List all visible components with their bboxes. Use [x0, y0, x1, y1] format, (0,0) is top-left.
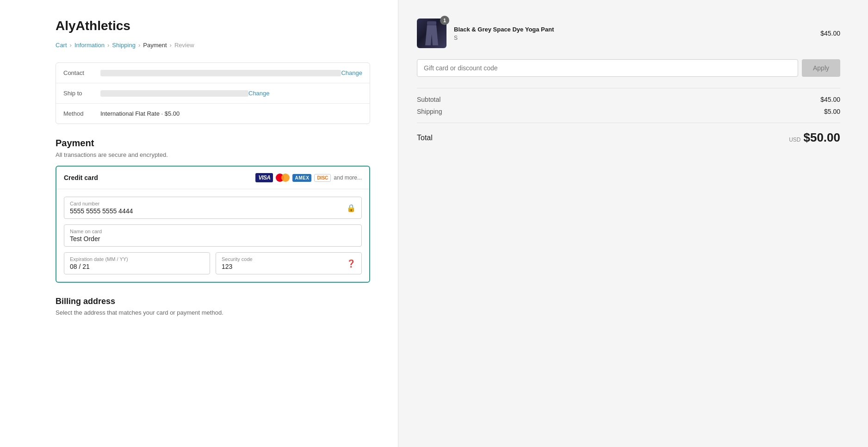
name-value: Test Order [70, 235, 356, 242]
name-on-card-field[interactable]: Name on card Test Order [64, 224, 362, 247]
visa-icon: VISA [255, 173, 273, 182]
product-price: $45.00 [820, 30, 840, 37]
discount-input[interactable] [417, 59, 798, 77]
credit-card-label: Credit card [64, 174, 98, 181]
breadcrumb-shipping[interactable]: Shipping [112, 42, 136, 49]
name-label: Name on card [70, 229, 356, 234]
contact-change-link[interactable]: Change [341, 69, 362, 76]
sep-2: › [107, 42, 109, 49]
breadcrumb-cart[interactable]: Cart [56, 42, 67, 49]
payment-title: Payment [56, 138, 370, 149]
shipping-value: $5.00 [824, 108, 840, 115]
breadcrumb-information[interactable]: Information [74, 42, 105, 49]
product-name: Black & Grey Space Dye Yoga Pant [454, 25, 813, 34]
expiry-field[interactable]: Expiration date (MM / YY) 08 / 21 [64, 252, 210, 274]
sep-4: › [170, 42, 172, 49]
shipping-row: Shipping $5.00 [417, 108, 840, 115]
lock-icon: 🔒 [347, 204, 356, 212]
discover-icon: DISC [314, 174, 331, 182]
svg-rect-0 [427, 21, 436, 25]
billing-subtitle: Select the address that matches your car… [56, 309, 370, 316]
grand-total-row: Total USD $50.00 [417, 123, 840, 145]
grand-total-amount: $50.00 [803, 130, 840, 145]
sep-1: › [70, 42, 72, 49]
credit-card-box: Credit card VISA AMEX DISC and more... C… [56, 166, 370, 283]
breadcrumb-review: Review [174, 42, 194, 49]
method-value: International Flat Rate · $5.00 [100, 110, 362, 117]
amex-icon: AMEX [292, 174, 311, 182]
ship-to-change-link[interactable]: Change [248, 90, 270, 97]
yoga-pants-svg [423, 21, 440, 45]
expiry-value: 08 / 21 [70, 263, 204, 270]
card-number-value: 5555 5555 5555 4444 [70, 207, 356, 215]
subtotal-label: Subtotal [417, 96, 440, 103]
ship-to-value-blurred [100, 90, 248, 97]
breadcrumb-payment: Payment [143, 42, 167, 49]
apply-button[interactable]: Apply [802, 59, 840, 77]
expiry-security-row: Expiration date (MM / YY) 08 / 21 Securi… [64, 252, 362, 274]
totals: Subtotal $45.00 Shipping $5.00 Total USD… [417, 88, 840, 145]
breadcrumb: Cart › Information › Shipping › Payment … [56, 42, 370, 49]
contact-label: Contact [63, 69, 100, 76]
contact-row: Contact Change [56, 63, 370, 83]
contact-value-blurred [100, 70, 341, 76]
shipping-label: Shipping [417, 108, 442, 115]
store-name: AlyAthletics [56, 19, 370, 33]
grand-total-label: Total [417, 134, 433, 142]
card-icons: VISA AMEX DISC and more... [255, 173, 362, 182]
security-value: 123 [222, 263, 356, 270]
subtotal-row: Subtotal $45.00 [417, 96, 840, 103]
discount-row: Apply [417, 59, 840, 77]
right-panel: 1 Black & Grey Space Dye Yoga Pant S $45… [398, 0, 868, 447]
ship-to-row: Ship to Change [56, 83, 370, 104]
credit-card-header: Credit card VISA AMEX DISC and more... [56, 167, 369, 189]
card-number-field[interactable]: Card number 5555 5555 5555 4444 🔒 [64, 197, 362, 219]
card-number-label: Card number [70, 201, 356, 206]
mastercard-icon [276, 174, 290, 182]
info-box: Contact Change Ship to Change Method Int… [56, 62, 370, 124]
billing-title: Billing address [56, 297, 370, 306]
payment-subtitle: All transactions are secure and encrypte… [56, 151, 370, 158]
help-icon: ❓ [347, 259, 356, 268]
sep-3: › [138, 42, 140, 49]
security-label: Security code [222, 256, 356, 262]
grand-total-currency: USD [789, 137, 800, 143]
ship-to-label: Ship to [63, 90, 100, 97]
expiry-label: Expiration date (MM / YY) [70, 256, 204, 262]
subtotal-value: $45.00 [820, 96, 840, 103]
method-row: Method International Flat Rate · $5.00 [56, 104, 370, 124]
product-item: 1 Black & Grey Space Dye Yoga Pant S $45… [417, 19, 840, 48]
product-info: Black & Grey Space Dye Yoga Pant S [454, 25, 813, 41]
credit-card-fields: Card number 5555 5555 5555 4444 🔒 Name o… [56, 189, 369, 282]
product-badge: 1 [440, 16, 449, 25]
grand-total-right: USD $50.00 [789, 130, 840, 145]
product-image-wrapper: 1 [417, 19, 446, 48]
product-variant: S [454, 35, 813, 41]
and-more-text: and more... [334, 174, 362, 181]
method-label: Method [63, 110, 100, 117]
left-panel: AlyAthletics Cart › Information › Shippi… [0, 0, 398, 447]
security-field[interactable]: Security code 123 ❓ [216, 252, 362, 274]
